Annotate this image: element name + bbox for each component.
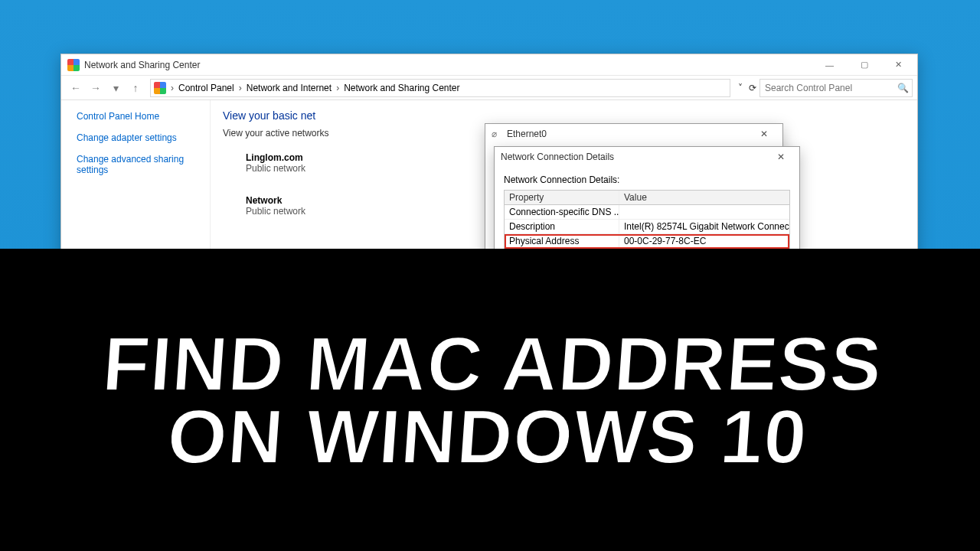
- breadcrumb-seg[interactable]: Network and Sharing Center: [341, 83, 462, 93]
- breadcrumb-seg[interactable]: Network and Internet: [243, 83, 335, 93]
- details-dialog-close-button[interactable]: ✕: [766, 148, 796, 166]
- details-cell-value: [619, 205, 789, 219]
- status-dialog-titlebar: ⌀ Ethernet0 ✕: [485, 124, 782, 144]
- caption-text: Find MAC Address on Windows 10: [95, 328, 884, 473]
- title-bar: Network and Sharing Center — ▢ ✕: [61, 54, 917, 76]
- status-dialog-close-button[interactable]: ✕: [749, 125, 779, 143]
- breadcrumb[interactable]: › Control Panel › Network and Internet ›…: [150, 79, 730, 97]
- forward-button[interactable]: →: [87, 79, 105, 97]
- details-cell-value: Intel(R) 82574L Gigabit Network Connecti: [619, 220, 789, 233]
- minimize-button[interactable]: —: [812, 54, 847, 76]
- details-cell-value: 00-0C-29-77-8C-EC: [619, 234, 789, 248]
- details-dialog-title: Network Connection Details: [501, 152, 766, 162]
- status-dialog-title: Ethernet0: [507, 129, 749, 139]
- ethernet-icon: ⌀: [492, 129, 502, 139]
- chevron-right-icon: ›: [237, 83, 243, 93]
- breadcrumb-icon: [154, 82, 166, 94]
- sidebar-link-adapter[interactable]: Change adapter settings: [77, 132, 201, 143]
- caption-overlay: Find MAC Address on Windows 10: [0, 249, 980, 551]
- close-button[interactable]: ✕: [881, 54, 916, 76]
- col-header-value: Value: [619, 191, 789, 204]
- details-row[interactable]: Physical Address00-0C-29-77-8C-EC: [505, 234, 789, 249]
- up-level-button[interactable]: ↑: [126, 79, 145, 97]
- maximize-button[interactable]: ▢: [847, 54, 881, 76]
- sidebar-link-sharing[interactable]: Change advanced sharing settings: [77, 154, 201, 175]
- nav-row: ← → ▾ ↑ › Control Panel › Network and In…: [61, 76, 917, 100]
- sidebar-link-home[interactable]: Control Panel Home: [77, 111, 201, 122]
- details-cell-property: Physical Address: [505, 234, 619, 248]
- details-label: Network Connection Details:: [504, 174, 790, 185]
- breadcrumb-seg[interactable]: Control Panel: [175, 83, 237, 93]
- page-heading: View your basic net: [223, 109, 905, 122]
- details-dialog-titlebar: Network Connection Details ✕: [495, 147, 799, 167]
- col-header-property: Property: [505, 191, 619, 204]
- details-cell-property: Connection-specific DNS ...: [505, 205, 619, 219]
- refresh-button[interactable]: ⟳: [746, 83, 760, 93]
- control-panel-icon: [67, 59, 80, 71]
- search-input[interactable]: [763, 82, 897, 94]
- details-cell-property: Description: [505, 220, 619, 233]
- details-grid-header: Property Value: [505, 191, 789, 205]
- chevron-right-icon: ›: [169, 83, 175, 93]
- search-box[interactable]: 🔍: [760, 79, 913, 97]
- search-icon[interactable]: 🔍: [897, 83, 909, 93]
- details-row[interactable]: Connection-specific DNS ...: [505, 205, 789, 220]
- chevron-right-icon: ›: [335, 83, 341, 93]
- up-button[interactable]: ▾: [106, 79, 125, 97]
- window-title: Network and Sharing Center: [84, 60, 812, 70]
- back-button[interactable]: ←: [67, 79, 85, 97]
- dropdown-button[interactable]: ˅: [735, 83, 746, 93]
- details-row[interactable]: DescriptionIntel(R) 82574L Gigabit Netwo…: [505, 220, 789, 234]
